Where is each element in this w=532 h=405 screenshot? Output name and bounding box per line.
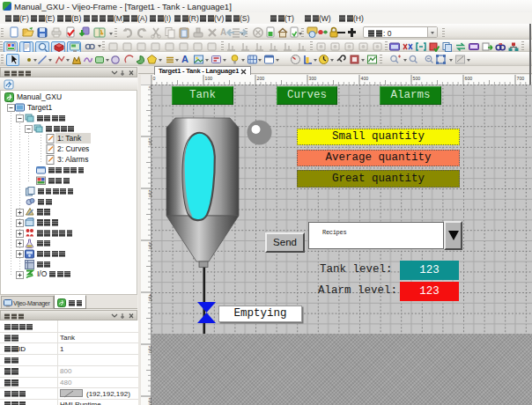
svg-text:200: 200 <box>257 76 265 81</box>
svg-text:700: 700 <box>517 76 525 81</box>
svg-text:500: 500 <box>413 76 421 81</box>
svg-text:100: 100 <box>205 76 213 81</box>
svg-text:600: 600 <box>465 76 473 81</box>
svg-text:300: 300 <box>309 76 317 81</box>
svg-text:0: 0 <box>153 76 156 81</box>
svg-text:400: 400 <box>361 76 369 81</box>
